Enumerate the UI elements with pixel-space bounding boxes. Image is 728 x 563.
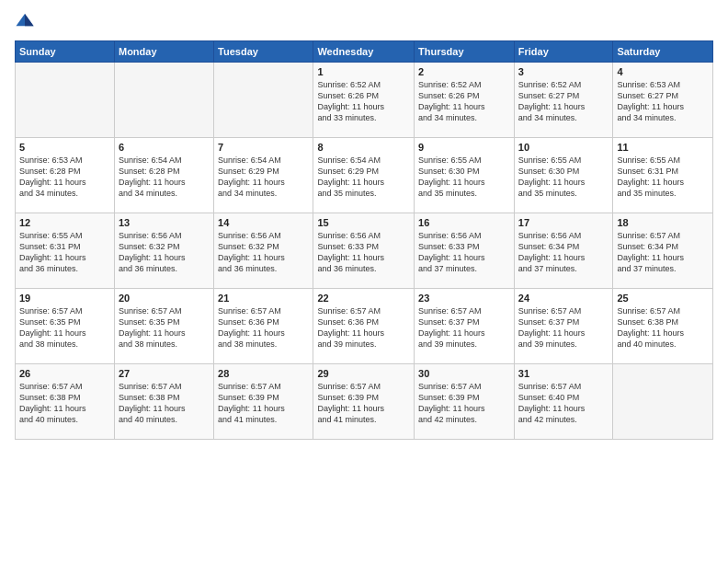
day-number: 13: [119, 217, 210, 228]
day-detail: Sunrise: 6:56 AM Sunset: 6:32 PM Dayligh…: [119, 230, 210, 275]
day-detail: Sunrise: 6:53 AM Sunset: 6:27 PM Dayligh…: [617, 79, 709, 124]
day-detail: Sunrise: 6:55 AM Sunset: 6:30 PM Dayligh…: [518, 155, 609, 200]
calendar-cell: 13Sunrise: 6:56 AM Sunset: 6:32 PM Dayli…: [114, 213, 213, 289]
calendar-cell: [613, 364, 713, 440]
day-header-tuesday: Tuesday: [214, 41, 313, 63]
day-number: 17: [518, 217, 609, 228]
day-detail: Sunrise: 6:57 AM Sunset: 6:36 PM Dayligh…: [218, 305, 309, 350]
day-detail: Sunrise: 6:54 AM Sunset: 6:28 PM Dayligh…: [119, 155, 210, 200]
calendar-cell: 7Sunrise: 6:54 AM Sunset: 6:29 PM Daylig…: [214, 138, 313, 213]
day-detail: Sunrise: 6:52 AM Sunset: 6:27 PM Dayligh…: [518, 79, 609, 124]
day-number: 16: [418, 217, 510, 228]
calendar-cell: [16, 63, 115, 138]
day-detail: Sunrise: 6:55 AM Sunset: 6:30 PM Dayligh…: [418, 155, 510, 200]
calendar-cell: 26Sunrise: 6:57 AM Sunset: 6:38 PM Dayli…: [16, 364, 115, 440]
calendar-cell: 30Sunrise: 6:57 AM Sunset: 6:39 PM Dayli…: [415, 364, 515, 440]
day-header-saturday: Saturday: [613, 41, 713, 63]
day-detail: Sunrise: 6:57 AM Sunset: 6:39 PM Dayligh…: [218, 381, 309, 426]
day-number: 2: [418, 66, 510, 77]
day-detail: Sunrise: 6:57 AM Sunset: 6:37 PM Dayligh…: [418, 305, 510, 350]
day-number: 30: [418, 368, 510, 379]
day-detail: Sunrise: 6:56 AM Sunset: 6:32 PM Dayligh…: [218, 230, 309, 275]
calendar-cell: 23Sunrise: 6:57 AM Sunset: 6:37 PM Dayli…: [415, 289, 515, 364]
day-number: 10: [518, 142, 609, 153]
day-detail: Sunrise: 6:54 AM Sunset: 6:29 PM Dayligh…: [218, 155, 309, 200]
day-number: 15: [317, 217, 410, 228]
day-detail: Sunrise: 6:53 AM Sunset: 6:28 PM Dayligh…: [19, 155, 110, 200]
calendar-cell: 22Sunrise: 6:57 AM Sunset: 6:36 PM Dayli…: [313, 289, 415, 364]
calendar-cell: [114, 63, 213, 138]
calendar-cell: [214, 63, 313, 138]
day-header-thursday: Thursday: [415, 41, 515, 63]
calendar-cell: 1Sunrise: 6:52 AM Sunset: 6:26 PM Daylig…: [313, 63, 415, 138]
day-header-wednesday: Wednesday: [313, 41, 415, 63]
day-number: 25: [617, 293, 709, 304]
day-detail: Sunrise: 6:52 AM Sunset: 6:26 PM Dayligh…: [418, 79, 510, 124]
calendar-table: SundayMondayTuesdayWednesdayThursdayFrid…: [15, 40, 713, 440]
day-number: 23: [418, 293, 510, 304]
day-detail: Sunrise: 6:57 AM Sunset: 6:34 PM Dayligh…: [617, 230, 709, 275]
day-detail: Sunrise: 6:57 AM Sunset: 6:38 PM Dayligh…: [617, 305, 709, 350]
day-number: 20: [119, 293, 210, 304]
day-number: 5: [19, 142, 110, 153]
logo: [15, 11, 39, 31]
calendar-cell: 31Sunrise: 6:57 AM Sunset: 6:40 PM Dayli…: [514, 364, 613, 440]
day-number: 24: [518, 293, 609, 304]
day-number: 6: [119, 142, 210, 153]
day-number: 8: [317, 142, 410, 153]
calendar-cell: 27Sunrise: 6:57 AM Sunset: 6:38 PM Dayli…: [114, 364, 213, 440]
calendar-cell: 29Sunrise: 6:57 AM Sunset: 6:39 PM Dayli…: [313, 364, 415, 440]
day-number: 27: [119, 368, 210, 379]
calendar-cell: 9Sunrise: 6:55 AM Sunset: 6:30 PM Daylig…: [415, 138, 515, 213]
day-detail: Sunrise: 6:57 AM Sunset: 6:35 PM Dayligh…: [119, 305, 210, 350]
calendar-cell: 8Sunrise: 6:54 AM Sunset: 6:29 PM Daylig…: [313, 138, 415, 213]
day-number: 21: [218, 293, 309, 304]
day-detail: Sunrise: 6:55 AM Sunset: 6:31 PM Dayligh…: [617, 155, 709, 200]
calendar-week-1: 1Sunrise: 6:52 AM Sunset: 6:26 PM Daylig…: [16, 63, 713, 138]
day-number: 29: [317, 368, 410, 379]
day-detail: Sunrise: 6:57 AM Sunset: 6:40 PM Dayligh…: [518, 381, 609, 426]
day-number: 9: [418, 142, 510, 153]
calendar-week-2: 5Sunrise: 6:53 AM Sunset: 6:28 PM Daylig…: [16, 138, 713, 213]
calendar-cell: 20Sunrise: 6:57 AM Sunset: 6:35 PM Dayli…: [114, 289, 213, 364]
day-detail: Sunrise: 6:57 AM Sunset: 6:35 PM Dayligh…: [19, 305, 110, 350]
header: [15, 11, 713, 31]
day-detail: Sunrise: 6:57 AM Sunset: 6:39 PM Dayligh…: [418, 381, 510, 426]
calendar-cell: 28Sunrise: 6:57 AM Sunset: 6:39 PM Dayli…: [214, 364, 313, 440]
calendar-cell: 3Sunrise: 6:52 AM Sunset: 6:27 PM Daylig…: [514, 63, 613, 138]
day-detail: Sunrise: 6:54 AM Sunset: 6:29 PM Dayligh…: [317, 155, 410, 200]
calendar-cell: 11Sunrise: 6:55 AM Sunset: 6:31 PM Dayli…: [613, 138, 713, 213]
day-detail: Sunrise: 6:57 AM Sunset: 6:38 PM Dayligh…: [119, 381, 210, 426]
calendar-cell: 14Sunrise: 6:56 AM Sunset: 6:32 PM Dayli…: [214, 213, 313, 289]
calendar-week-3: 12Sunrise: 6:55 AM Sunset: 6:31 PM Dayli…: [16, 213, 713, 289]
calendar-header-row: SundayMondayTuesdayWednesdayThursdayFrid…: [16, 41, 713, 63]
day-number: 18: [617, 217, 709, 228]
day-detail: Sunrise: 6:57 AM Sunset: 6:37 PM Dayligh…: [518, 305, 609, 350]
day-number: 12: [19, 217, 110, 228]
calendar-cell: 4Sunrise: 6:53 AM Sunset: 6:27 PM Daylig…: [613, 63, 713, 138]
day-number: 1: [317, 66, 410, 77]
day-detail: Sunrise: 6:56 AM Sunset: 6:33 PM Dayligh…: [317, 230, 410, 275]
calendar-cell: 25Sunrise: 6:57 AM Sunset: 6:38 PM Dayli…: [613, 289, 713, 364]
day-number: 11: [617, 142, 709, 153]
calendar-cell: 19Sunrise: 6:57 AM Sunset: 6:35 PM Dayli…: [16, 289, 115, 364]
day-number: 3: [518, 66, 609, 77]
calendar-week-4: 19Sunrise: 6:57 AM Sunset: 6:35 PM Dayli…: [16, 289, 713, 364]
day-detail: Sunrise: 6:52 AM Sunset: 6:26 PM Dayligh…: [317, 79, 410, 124]
calendar-cell: 5Sunrise: 6:53 AM Sunset: 6:28 PM Daylig…: [16, 138, 115, 213]
day-number: 31: [518, 368, 609, 379]
calendar-cell: 17Sunrise: 6:56 AM Sunset: 6:34 PM Dayli…: [514, 213, 613, 289]
day-header-friday: Friday: [514, 41, 613, 63]
calendar-cell: 24Sunrise: 6:57 AM Sunset: 6:37 PM Dayli…: [514, 289, 613, 364]
day-number: 28: [218, 368, 309, 379]
day-detail: Sunrise: 6:55 AM Sunset: 6:31 PM Dayligh…: [19, 230, 110, 275]
day-detail: Sunrise: 6:57 AM Sunset: 6:38 PM Dayligh…: [19, 381, 110, 426]
calendar-cell: 6Sunrise: 6:54 AM Sunset: 6:28 PM Daylig…: [114, 138, 213, 213]
calendar-cell: 21Sunrise: 6:57 AM Sunset: 6:36 PM Dayli…: [214, 289, 313, 364]
day-detail: Sunrise: 6:56 AM Sunset: 6:33 PM Dayligh…: [418, 230, 510, 275]
calendar-cell: 12Sunrise: 6:55 AM Sunset: 6:31 PM Dayli…: [16, 213, 115, 289]
day-detail: Sunrise: 6:57 AM Sunset: 6:36 PM Dayligh…: [317, 305, 410, 350]
page: SundayMondayTuesdayWednesdayThursdayFrid…: [0, 0, 728, 563]
day-number: 19: [19, 293, 110, 304]
calendar-cell: 2Sunrise: 6:52 AM Sunset: 6:26 PM Daylig…: [415, 63, 515, 138]
